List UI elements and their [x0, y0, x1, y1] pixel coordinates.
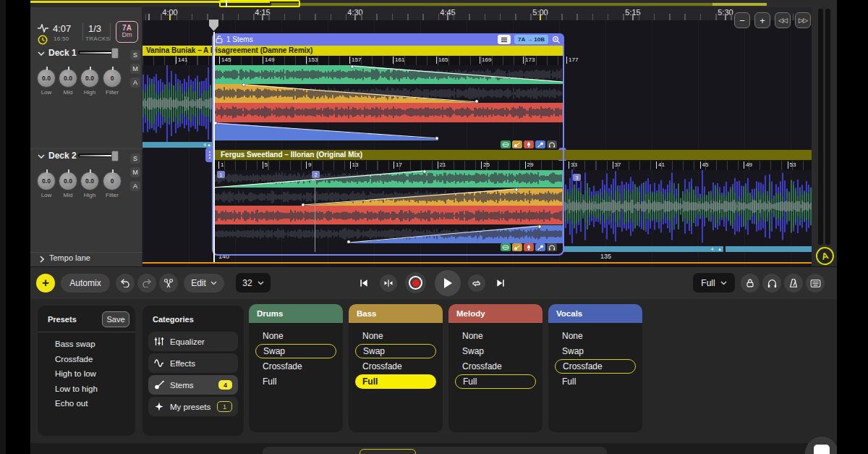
track2-beatgrid-strip[interactable]: 4▲ [563, 246, 812, 252]
chevron-down-icon[interactable] [38, 154, 45, 159]
deck2-label[interactable]: Deck 2 [48, 151, 77, 161]
melody-option-full[interactable]: Full [455, 374, 536, 389]
deck1-mute-button[interactable]: M [130, 64, 140, 74]
melody-stem-icon[interactable] [524, 140, 534, 148]
slider-handle[interactable] [111, 48, 119, 59]
deck2-auto-button[interactable]: A [130, 181, 140, 191]
melody-option-crossfade[interactable]: Crossfade [455, 359, 536, 374]
split-scissors-button[interactable] [159, 274, 178, 293]
headphones-button[interactable] [762, 274, 781, 293]
lock-button[interactable] [741, 274, 760, 293]
category-equalizer[interactable]: Equalizer [148, 332, 238, 351]
deck1-mid-knob[interactable]: 0.0 Mid [57, 69, 79, 96]
follow-playhead-button[interactable] [380, 274, 397, 292]
chevron-down-icon[interactable] [38, 51, 45, 56]
bottom-bar-selected-pill[interactable] [359, 449, 416, 454]
deck2-low-knob[interactable]: 0.0 Low [35, 172, 57, 198]
deck2-mute-button[interactable]: M [130, 167, 140, 177]
track2-title[interactable]: Fergus Sweetland – Illorian (Original Mi… [213, 150, 812, 160]
keyboard-shortcuts-button[interactable] [806, 274, 825, 293]
deck1-high-knob[interactable]: 0.0 High [79, 69, 101, 96]
track2-waveform[interactable] [563, 169, 812, 243]
track1-beat-ruler[interactable]: 141145149153157161165169173177 [142, 56, 563, 65]
track1-stem-lanes[interactable] [213, 65, 563, 140]
vocals-stem-icon[interactable] [535, 140, 545, 148]
bass-option-none[interactable]: None [355, 329, 436, 343]
bass-option-full[interactable]: Full [355, 374, 436, 389]
tempo-lane-toggle[interactable]: Tempo lane [49, 253, 90, 262]
bass-option-swap[interactable]: Swap [355, 344, 436, 358]
tempo-automation-line[interactable] [142, 262, 812, 264]
undo-button[interactable] [116, 274, 135, 293]
drums-option-none[interactable]: None [255, 329, 336, 343]
category-effects[interactable]: Effects [148, 353, 238, 373]
deck2-volume-slider[interactable] [78, 154, 117, 157]
jump-back-button[interactable]: ◁◁ [775, 12, 791, 28]
drums-stem-icon[interactable] [501, 243, 511, 251]
melody-option-none[interactable]: None [455, 329, 536, 343]
scrollbar-track[interactable] [825, 9, 830, 245]
deck2-high-knob[interactable]: 0.0 High [79, 172, 101, 198]
key-shift-badge[interactable]: 7A → 10B [514, 35, 548, 44]
scrollbar-track[interactable] [818, 9, 823, 245]
vocals-option-full[interactable]: Full [555, 374, 636, 389]
drums-option-crossfade[interactable]: Crossfade [255, 359, 336, 374]
deck1-filter-knob[interactable]: 0 Filter [101, 69, 123, 96]
edit-dropdown[interactable]: Edit [184, 274, 224, 293]
timeline-minimap[interactable] [30, 0, 837, 7]
grid-size-dropdown[interactable]: 32 [236, 273, 271, 293]
melody-option-swap[interactable]: Swap [455, 344, 536, 358]
deck2-filter-knob[interactable]: 0 Filter [101, 172, 123, 198]
preset-item[interactable]: Crossfade [55, 355, 93, 363]
track2-stem-lanes[interactable] [213, 169, 563, 243]
deck1-low-knob[interactable]: 0.0 Low [35, 69, 57, 96]
preset-item[interactable]: Low to high [55, 384, 98, 393]
chevron-right-icon[interactable] [40, 256, 44, 263]
bass-stem-icon[interactable] [512, 243, 522, 251]
melody-stem-icon[interactable] [524, 243, 534, 251]
slider-handle[interactable] [111, 151, 119, 161]
category-my-presets[interactable]: My presets 1 [148, 397, 238, 416]
vocals-option-none[interactable]: None [555, 329, 636, 343]
save-preset-button[interactable]: Save [102, 311, 129, 327]
add-button[interactable]: + [36, 274, 55, 293]
track1-beatgrid-strip[interactable]: 6▲ [142, 142, 213, 148]
vocals-option-swap[interactable]: Swap [555, 344, 636, 358]
track1-waveform[interactable] [142, 65, 213, 142]
cue-marker-3[interactable]: 3 [573, 174, 581, 181]
selection-left-handle[interactable] [205, 148, 213, 162]
deck1-label[interactable]: Deck 1 [48, 48, 77, 58]
minimap-viewport[interactable] [219, 0, 300, 7]
bass-option-crossfade[interactable]: Crossfade [355, 359, 436, 374]
vocals-stem-icon[interactable] [535, 243, 545, 251]
skip-to-start-button[interactable] [355, 274, 373, 292]
vocals-option-crossfade[interactable]: Crossfade [555, 359, 636, 374]
preset-item[interactable]: High to low [55, 369, 96, 378]
zoom-in-button[interactable]: + [754, 12, 770, 28]
cue-headphones-icon[interactable] [547, 140, 557, 148]
cue-headphones-icon[interactable] [547, 243, 557, 251]
bass-stem-icon[interactable] [512, 140, 522, 148]
stems-list-button[interactable] [498, 35, 511, 44]
play-button[interactable] [435, 270, 461, 296]
fade-mode-dropdown[interactable]: Full [693, 273, 735, 293]
record-button[interactable] [405, 272, 426, 293]
key-display[interactable]: 7A Dm [116, 21, 138, 43]
deck1-volume-slider[interactable] [78, 51, 117, 54]
metronome-button[interactable] [784, 274, 803, 293]
cue-marker-1[interactable]: 1 [217, 171, 225, 178]
deck2-solo-button[interactable]: S [130, 154, 140, 164]
stems-selection-header[interactable]: 1 Stems 7A → 10B [212, 33, 564, 46]
category-stems[interactable]: Stems 4 [148, 375, 238, 395]
cue-marker-2[interactable]: 2 [312, 171, 320, 178]
preset-item[interactable]: Bass swap [55, 340, 95, 348]
zoom-out-button[interactable]: − [734, 12, 750, 28]
zoom-selection-icon[interactable] [552, 35, 561, 44]
automix-button[interactable]: Automix [61, 274, 110, 293]
drums-option-full[interactable]: Full [255, 374, 336, 389]
drums-option-swap[interactable]: Swap [255, 344, 336, 358]
drums-stem-icon[interactable] [501, 140, 511, 148]
redo-button[interactable] [137, 274, 156, 293]
deck2-mid-knob[interactable]: 0.0 Mid [57, 172, 79, 198]
skip-to-end-button[interactable] [492, 274, 509, 292]
